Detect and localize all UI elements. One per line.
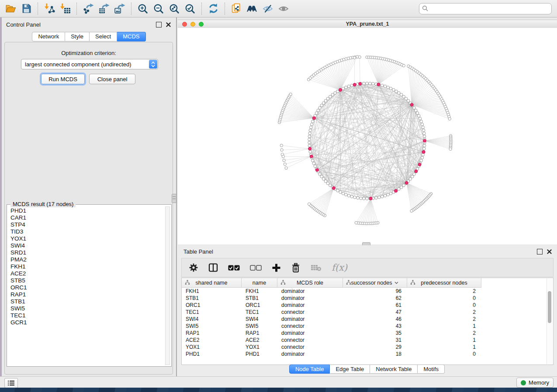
mcds-list-item[interactable]: TEC1	[7, 312, 161, 319]
network-node[interactable]	[317, 109, 320, 112]
mcds-hub-node[interactable]	[410, 103, 413, 106]
mcds-hub-node[interactable]	[405, 181, 408, 184]
network-leaf-node[interactable]	[280, 144, 283, 147]
mcds-hub-node[interactable]	[310, 155, 313, 158]
network-node[interactable]	[407, 100, 410, 103]
network-node[interactable]	[423, 135, 426, 138]
network-node[interactable]	[363, 197, 366, 200]
network-node[interactable]	[405, 97, 408, 100]
network-node[interactable]	[339, 191, 342, 194]
mcds-list-item[interactable]: SRD1	[7, 249, 161, 256]
network-node[interactable]	[384, 194, 387, 197]
network-node[interactable]	[322, 102, 325, 105]
network-node[interactable]	[342, 87, 345, 90]
tab-network[interactable]: Network	[32, 32, 65, 41]
network-node[interactable]	[420, 159, 423, 162]
network-node[interactable]	[308, 135, 311, 138]
network-node[interactable]	[378, 196, 381, 199]
network-node[interactable]	[422, 129, 425, 132]
network-window-titlebar[interactable]: YPA_prune.txt_1	[178, 20, 557, 28]
mcds-list-item[interactable]: RAP1	[7, 291, 161, 298]
network-node[interactable]	[308, 132, 311, 135]
network-node[interactable]	[395, 90, 398, 93]
network-node[interactable]	[356, 196, 360, 199]
mcds-list-item[interactable]: ORC1	[7, 284, 161, 291]
network-node[interactable]	[345, 86, 348, 89]
network-node[interactable]	[347, 194, 350, 197]
network-node[interactable]	[310, 123, 313, 126]
zoom-in-icon[interactable]	[135, 2, 151, 16]
network-node[interactable]	[320, 175, 323, 178]
network-node[interactable]	[326, 97, 329, 100]
network-node[interactable]	[400, 93, 403, 96]
column-header-name[interactable]: name	[242, 278, 277, 287]
mcds-hub-node[interactable]	[415, 170, 418, 173]
mcds-hub-node[interactable]	[315, 168, 318, 172]
network-node[interactable]	[369, 82, 372, 85]
refresh-view-icon[interactable]	[205, 2, 221, 16]
mcds-hub-node[interactable]	[422, 151, 425, 154]
network-node[interactable]	[366, 82, 369, 85]
function-builder-icon[interactable]: f(x)	[332, 262, 347, 273]
network-node[interactable]	[417, 114, 420, 117]
network-node[interactable]	[421, 156, 424, 159]
mcds-list-item[interactable]: STB1	[7, 298, 161, 305]
network-leaf-node[interactable]	[358, 56, 361, 58]
network-node[interactable]	[308, 138, 311, 141]
network-leaf-node[interactable]	[285, 167, 287, 169]
mcds-hub-node[interactable]	[394, 189, 398, 193]
mcds-list-item[interactable]: FKH1	[7, 263, 161, 270]
mcds-hub-node[interactable]	[369, 197, 372, 200]
mcds-list-item[interactable]: STP4	[7, 221, 161, 228]
network-node[interactable]	[347, 85, 350, 88]
mcds-hub-node[interactable]	[312, 117, 315, 120]
network-node[interactable]	[381, 195, 384, 198]
settings-gear-icon[interactable]	[189, 263, 198, 272]
mcds-list-item[interactable]: SWI4	[7, 242, 161, 249]
network-node[interactable]	[322, 178, 325, 181]
network-graph[interactable]	[178, 28, 557, 244]
show-hide-eye-icon[interactable]	[276, 2, 291, 16]
mcds-list-item[interactable]: YOX1	[7, 235, 161, 242]
network-node[interactable]	[329, 184, 332, 187]
mcds-hub-node[interactable]	[423, 139, 426, 142]
table-row[interactable]: TEC1TEC1connector472	[182, 309, 553, 316]
network-node[interactable]	[331, 93, 334, 96]
mcds-list-item[interactable]: PMA2	[7, 256, 161, 263]
network-node[interactable]	[413, 173, 416, 176]
close-panel-icon[interactable]	[547, 249, 552, 254]
import-table-file-icon[interactable]	[57, 2, 73, 16]
table-row[interactable]: YOX1YOX1connector291	[182, 344, 553, 351]
network-node[interactable]	[384, 85, 387, 88]
network-node[interactable]	[423, 144, 426, 147]
mcds-list-item[interactable]: GCR1	[7, 319, 161, 326]
table-row[interactable]: SWI5SWI5connector431	[182, 323, 553, 330]
search-input[interactable]	[429, 5, 549, 12]
network-node[interactable]	[309, 129, 312, 132]
network-node[interactable]	[389, 87, 392, 90]
network-node[interactable]	[324, 180, 327, 183]
network-leaf-node[interactable]	[289, 93, 292, 96]
clear-table-icon[interactable]	[311, 264, 322, 272]
network-leaf-node[interactable]	[410, 210, 413, 212]
network-node[interactable]	[363, 82, 366, 85]
save-session-icon[interactable]	[18, 2, 34, 16]
network-node[interactable]	[353, 196, 356, 199]
network-canvas[interactable]	[178, 28, 557, 244]
column-header-shared-name[interactable]: shared name	[182, 278, 242, 287]
network-node[interactable]	[398, 92, 401, 95]
table-row[interactable]: PHD1PHD1dominator180	[182, 351, 553, 358]
zoom-selected-icon[interactable]	[182, 2, 198, 16]
tab-edge-table[interactable]: Edge Table	[330, 364, 370, 374]
network-node[interactable]	[421, 123, 424, 126]
column-header-successor-nodes[interactable]: successor nodes	[343, 278, 407, 287]
network-node[interactable]	[350, 195, 353, 198]
criterion-select[interactable]: largest connected component (undirected)	[21, 59, 158, 69]
float-window-icon[interactable]	[537, 249, 543, 254]
network-from-selection-icon[interactable]	[228, 2, 244, 16]
network-node[interactable]	[311, 120, 315, 123]
network-node[interactable]	[366, 197, 369, 200]
import-network-file-icon[interactable]	[42, 2, 57, 16]
mcds-list-item[interactable]: ACE2	[7, 270, 161, 277]
network-node[interactable]	[402, 95, 405, 98]
